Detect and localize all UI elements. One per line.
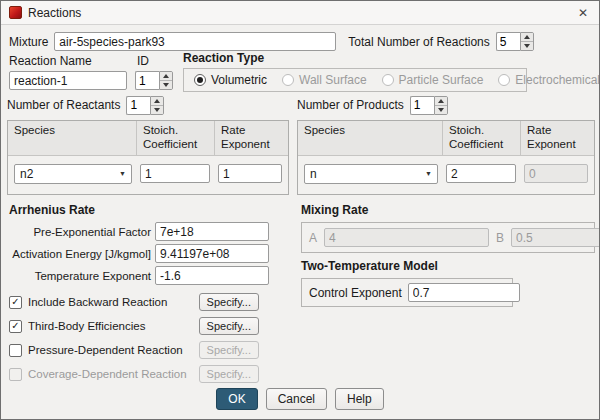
app-icon (9, 6, 22, 19)
pre-exponential-input[interactable] (155, 222, 269, 241)
products-count-input[interactable] (410, 96, 434, 115)
spinner-down-icon[interactable] (435, 106, 447, 114)
pressure-dependent-label: Pressure-Dependent Reaction (28, 344, 183, 356)
total-reactions-input[interactable] (496, 32, 520, 51)
radio-wall-surface: Wall Surface (282, 73, 367, 87)
include-backward-reaction-row: ✓ Include Backward Reaction Specify... (9, 292, 259, 312)
close-icon[interactable]: ✕ (575, 6, 591, 20)
spinner-down-icon[interactable] (521, 42, 533, 50)
activation-energy-input[interactable] (155, 244, 269, 263)
reactant-species-dropdown[interactable]: n2 ▼ (14, 164, 132, 184)
products-table-row: n ▼ (298, 156, 594, 194)
control-exponent-label: Control Exponent (309, 286, 402, 300)
temperature-exponent-row: Temperature Exponent (9, 266, 271, 285)
control-exponent-input[interactable] (408, 283, 520, 302)
third-body-label: Third-Body Efficiencies (28, 320, 145, 332)
mixing-b-input (511, 228, 600, 247)
spinner-up-icon[interactable] (435, 97, 447, 106)
spinner-down-icon[interactable] (151, 106, 163, 114)
reaction-id-block: ID (135, 54, 173, 90)
two-temperature-title: Two-Temperature Model (301, 259, 513, 273)
pressure-dependent-row: Pressure-Dependent Reaction Specify... (9, 340, 259, 360)
reactant-stoich-input[interactable] (140, 164, 210, 183)
id-label: ID (135, 54, 173, 68)
two-temperature-section: Two-Temperature Model Control Exponent (301, 259, 513, 307)
coverage-dependent-checkbox (9, 368, 22, 381)
products-count-row: Number of Products (297, 95, 595, 115)
radio-label: Wall Surface (299, 73, 367, 87)
spinner-up-icon[interactable] (521, 33, 533, 42)
dropdown-arrow-icon: ▼ (119, 170, 126, 177)
stoich-coefficient-column-header: Stoich. Coefficient (136, 121, 214, 155)
id-spin-buttons (159, 71, 173, 90)
reactants-table-header: Species Stoich. Coefficient Rate Exponen… (8, 121, 288, 156)
products-count-spinner (410, 96, 448, 115)
mixing-rate-section: Mixing Rate A B (301, 203, 595, 253)
dropdown-value: n2 (20, 167, 119, 181)
id-input[interactable] (135, 71, 159, 90)
third-body-checkbox[interactable]: ✓ (9, 320, 22, 333)
temperature-exponent-label: Temperature Exponent (9, 270, 151, 282)
arrhenius-rate-section: Arrhenius Rate Pre-Exponential Factor Ac… (9, 203, 271, 388)
coverage-dependent-row: Coverage-Dependent Reaction Specify... (9, 364, 259, 384)
mixing-rate-box: A B (301, 222, 595, 253)
radio-icon (382, 74, 394, 86)
temperature-exponent-input[interactable] (155, 266, 269, 285)
reactant-rate-exponent-input[interactable] (218, 164, 282, 183)
reaction-type-label: Reaction Type (183, 51, 264, 65)
mixture-input[interactable] (54, 32, 336, 51)
cancel-button[interactable]: Cancel (266, 388, 327, 410)
species-column-header: Species (8, 121, 136, 155)
reaction-name-input[interactable] (9, 71, 127, 90)
products-table-header: Species Stoich. Coefficient Rate Exponen… (298, 121, 594, 156)
reactants-table-row: n2 ▼ (8, 156, 288, 194)
specify-third-body-button[interactable]: Specify... (199, 317, 259, 335)
help-button[interactable]: Help (335, 388, 384, 410)
spinner-up-icon[interactable] (160, 72, 172, 81)
specify-coverage-button: Specify... (199, 365, 259, 383)
products-group: Number of Products Species Stoich. Coeff… (297, 95, 595, 195)
mixing-a-label: A (309, 231, 317, 245)
window-title: Reactions (28, 6, 81, 20)
reactants-group: Number of Reactants Species Stoich. Coef… (7, 95, 289, 195)
number-of-reactants-label: Number of Reactants (7, 98, 120, 112)
reactants-spin-buttons (150, 96, 164, 115)
mixing-rate-title: Mixing Rate (301, 203, 595, 217)
mixture-label: Mixture (9, 35, 48, 49)
total-reactions-spinner (496, 32, 534, 51)
reactants-count-spinner (126, 96, 164, 115)
radio-label: Electrochemical (515, 73, 600, 87)
product-stoich-input[interactable] (446, 164, 516, 183)
species-column-header: Species (298, 121, 442, 155)
radio-volumetric[interactable]: Volumetric (194, 73, 267, 87)
stoich-coefficient-column-header: Stoich. Coefficient (442, 121, 520, 155)
radio-selected-icon (194, 74, 206, 86)
titlebar: Reactions ✕ (1, 1, 599, 25)
specify-pressure-button: Specify... (199, 341, 259, 359)
radio-label: Particle Surface (399, 73, 484, 87)
spinner-down-icon[interactable] (160, 81, 172, 89)
include-backward-checkbox[interactable]: ✓ (9, 296, 22, 309)
radio-icon (282, 74, 294, 86)
footer-buttons: OK Cancel Help (1, 388, 599, 410)
activation-energy-label: Activation Energy [J/kgmol] (9, 248, 151, 260)
total-reactions-label: Total Number of Reactions (348, 35, 489, 49)
mixing-a-input (324, 228, 489, 247)
reaction-type-block: Reaction Type Volumetric Wall Surface Pa… (183, 51, 527, 92)
reactants-count-row: Number of Reactants (7, 95, 289, 115)
two-temperature-box: Control Exponent (301, 278, 513, 307)
pressure-dependent-checkbox[interactable] (9, 344, 22, 357)
dropdown-value: n (310, 167, 425, 181)
id-spinner (135, 71, 173, 90)
specify-backward-button[interactable]: Specify... (199, 293, 259, 311)
radio-icon (498, 74, 510, 86)
ok-button[interactable]: OK (216, 388, 257, 410)
product-species-dropdown[interactable]: n ▼ (304, 164, 438, 184)
number-of-products-label: Number of Products (297, 98, 404, 112)
product-rate-exponent-input (524, 164, 588, 183)
radio-label: Volumetric (211, 73, 267, 87)
reactions-dialog: Reactions ✕ Mixture Total Number of Reac… (0, 0, 600, 420)
spinner-up-icon[interactable] (151, 97, 163, 106)
reactants-count-input[interactable] (126, 96, 150, 115)
mixing-b-label: B (496, 231, 504, 245)
